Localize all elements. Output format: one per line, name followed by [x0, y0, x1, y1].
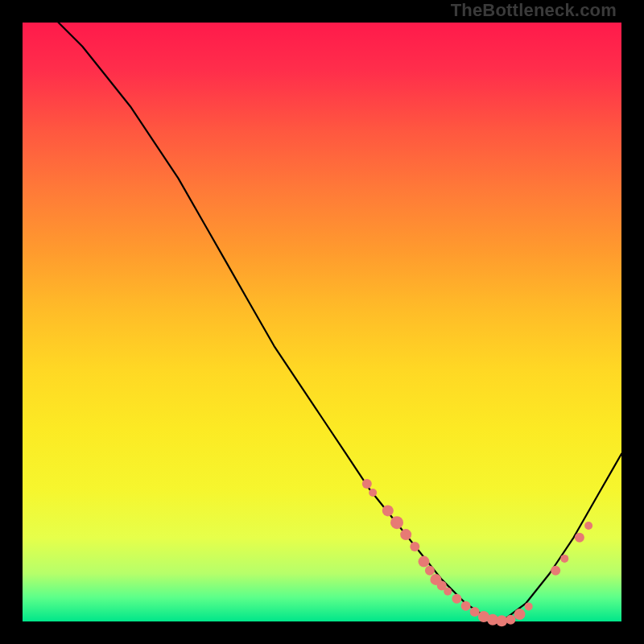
data-marker [514, 609, 526, 620]
data-marker [400, 529, 411, 540]
data-marker [425, 566, 435, 576]
data-marker [551, 566, 560, 576]
data-marker [496, 615, 507, 626]
data-marker [584, 522, 592, 530]
data-marker [506, 615, 515, 625]
data-marker [390, 516, 403, 529]
data-marker [444, 588, 452, 596]
data-marker [560, 555, 568, 563]
data-marker [461, 601, 471, 611]
bottleneck-curve [59, 23, 621, 621]
data-marker [575, 533, 584, 543]
data-marker [470, 607, 480, 617]
data-marker [362, 479, 372, 489]
data-marker [419, 556, 430, 568]
data-marker [410, 542, 419, 551]
data-marker [369, 489, 377, 497]
data-marker [525, 602, 533, 610]
data-marker [382, 505, 394, 516]
data-marker [452, 594, 461, 604]
chart-svg-overlay [0, 0, 644, 644]
